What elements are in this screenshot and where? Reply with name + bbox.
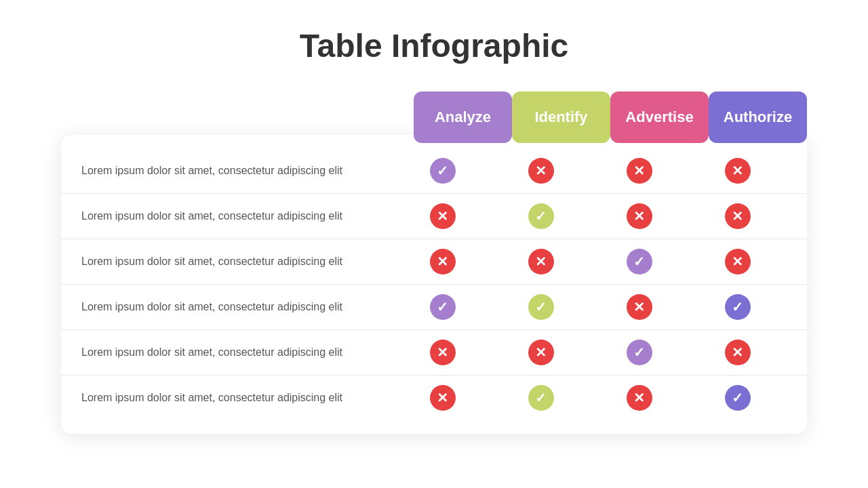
checkmark-icon: ✓ xyxy=(528,203,554,229)
cross-icon: ✕ xyxy=(430,340,456,365)
cross-icon: ✕ xyxy=(627,158,652,184)
table-wrapper: AnalyzeIdentifyAdvertiseAuthorize Lorem … xyxy=(61,92,807,434)
checkmark-icon: ✓ xyxy=(430,294,456,320)
row-text-1: Lorem ipsum dolor sit amet, consectetur … xyxy=(81,210,393,222)
icon-cell-5-0: ✕ xyxy=(393,385,492,411)
icon-cell-5-1: ✓ xyxy=(492,385,590,411)
col-header-identify: Identify xyxy=(512,92,610,143)
checkmark-icon: ✓ xyxy=(627,340,652,365)
checkmark-icon: ✓ xyxy=(528,385,554,411)
table-row: Lorem ipsum dolor sit amet, consectetur … xyxy=(61,148,807,194)
icon-cell-3-3: ✓ xyxy=(688,294,787,320)
row-text-4: Lorem ipsum dolor sit amet, consectetur … xyxy=(81,346,393,359)
checkmark-icon: ✓ xyxy=(725,385,751,411)
icon-cell-0-0: ✓ xyxy=(393,158,492,184)
icon-cell-0-1: ✕ xyxy=(492,158,590,184)
row-icons-3: ✓✓✕✓ xyxy=(393,294,787,320)
table-card: Lorem ipsum dolor sit amet, consectetur … xyxy=(61,135,807,434)
icon-cell-2-0: ✕ xyxy=(393,249,492,274)
cross-icon: ✕ xyxy=(725,249,751,274)
icon-cell-4-1: ✕ xyxy=(492,340,590,365)
icon-cell-3-1: ✓ xyxy=(492,294,590,320)
cross-icon: ✕ xyxy=(528,340,554,365)
row-icons-5: ✕✓✕✓ xyxy=(393,385,787,411)
icon-cell-5-2: ✕ xyxy=(590,385,688,411)
cross-icon: ✕ xyxy=(725,158,751,184)
row-icons-2: ✕✕✓✕ xyxy=(393,249,787,274)
table-row: Lorem ipsum dolor sit amet, consectetur … xyxy=(61,239,807,285)
cross-icon: ✕ xyxy=(725,340,751,365)
cross-icon: ✕ xyxy=(430,249,456,274)
icon-cell-4-3: ✕ xyxy=(688,340,787,365)
icon-cell-1-3: ✕ xyxy=(688,203,787,229)
icon-cell-2-3: ✕ xyxy=(688,249,787,274)
icon-cell-3-0: ✓ xyxy=(393,294,492,320)
cross-icon: ✕ xyxy=(528,158,554,184)
checkmark-icon: ✓ xyxy=(627,249,652,274)
row-icons-4: ✕✕✓✕ xyxy=(393,340,787,365)
row-text-0: Lorem ipsum dolor sit amet, consectetur … xyxy=(81,165,393,177)
icon-cell-3-2: ✕ xyxy=(590,294,688,320)
cross-icon: ✕ xyxy=(528,249,554,274)
icon-cell-2-1: ✕ xyxy=(492,249,590,274)
checkmark-icon: ✓ xyxy=(528,294,554,320)
checkmark-icon: ✓ xyxy=(430,158,456,184)
table-row: Lorem ipsum dolor sit amet, consectetur … xyxy=(61,330,807,375)
row-text-5: Lorem ipsum dolor sit amet, consectetur … xyxy=(81,392,393,404)
col-header-advertise: Advertise xyxy=(610,92,709,143)
icon-cell-4-2: ✓ xyxy=(590,340,688,365)
icon-cell-0-3: ✕ xyxy=(688,158,787,184)
row-icons-0: ✓✕✕✕ xyxy=(393,158,787,184)
page-title: Table Infographic xyxy=(300,27,568,64)
cross-icon: ✕ xyxy=(430,385,456,411)
table-row: Lorem ipsum dolor sit amet, consectetur … xyxy=(61,375,807,420)
icon-cell-5-3: ✓ xyxy=(688,385,787,411)
table-row: Lorem ipsum dolor sit amet, consectetur … xyxy=(61,194,807,239)
row-text-3: Lorem ipsum dolor sit amet, consectetur … xyxy=(81,301,393,313)
checkmark-icon: ✓ xyxy=(725,294,751,320)
cross-icon: ✕ xyxy=(627,385,652,411)
cross-icon: ✕ xyxy=(627,203,652,229)
cross-icon: ✕ xyxy=(627,294,652,320)
cross-icon: ✕ xyxy=(430,203,456,229)
row-text-2: Lorem ipsum dolor sit amet, consectetur … xyxy=(81,256,393,268)
table-row: Lorem ipsum dolor sit amet, consectetur … xyxy=(61,285,807,330)
icon-cell-1-0: ✕ xyxy=(393,203,492,229)
cross-icon: ✕ xyxy=(725,203,751,229)
icon-cell-2-2: ✓ xyxy=(590,249,688,274)
icon-cell-1-1: ✓ xyxy=(492,203,590,229)
icon-cell-1-2: ✕ xyxy=(590,203,688,229)
icon-cell-0-2: ✕ xyxy=(590,158,688,184)
col-header-authorize: Authorize xyxy=(709,92,807,143)
row-icons-1: ✕✓✕✕ xyxy=(393,203,787,229)
icon-cell-4-0: ✕ xyxy=(393,340,492,365)
col-header-analyze: Analyze xyxy=(414,92,512,143)
